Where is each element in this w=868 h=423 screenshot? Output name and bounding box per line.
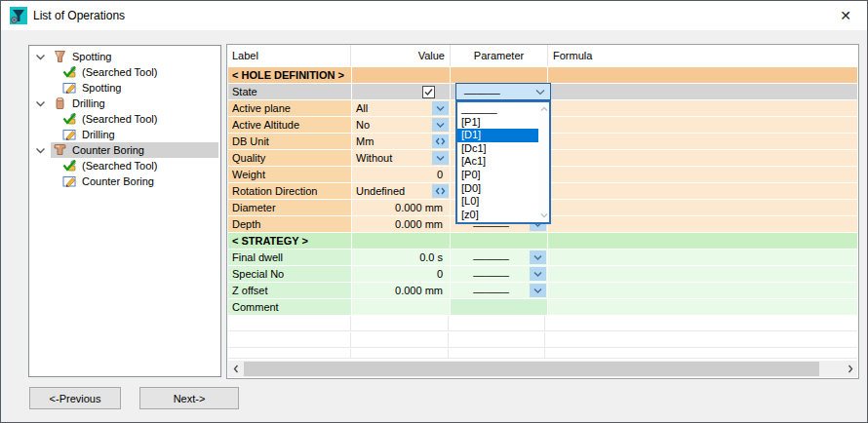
table-row-special-no[interactable]: Special No 0 ______: [228, 266, 857, 282]
section-title: < HOLE DEFINITION >: [228, 67, 351, 83]
tree-item-label: Spotting: [82, 82, 121, 94]
section-title: < STRATEGY >: [228, 233, 351, 249]
tree-item-searched-tool[interactable]: (Searched Tool): [29, 158, 220, 173]
value-text[interactable]: Undefined: [352, 185, 405, 197]
table-header: Label Value Parameter Formula: [227, 45, 858, 66]
header-label: Label: [227, 45, 351, 66]
tree-group-spotting[interactable]: Spotting: [29, 49, 220, 64]
value-text[interactable]: Mm: [352, 135, 374, 147]
dropdown-button[interactable]: [432, 118, 449, 132]
chevron-down-icon[interactable]: [35, 51, 49, 62]
dropdown-item[interactable]: [Dc1]: [457, 142, 538, 156]
row-label: Quality: [228, 150, 351, 166]
tree-item-label: Drilling: [82, 129, 115, 140]
spinner-button[interactable]: [432, 184, 449, 198]
scroll-left-icon[interactable]: [228, 361, 243, 377]
dropdown-item[interactable]: [P0]: [457, 169, 538, 182]
row-label: Diameter: [228, 200, 351, 215]
dropdown-button[interactable]: [530, 267, 546, 281]
dropdown-button[interactable]: [530, 250, 546, 264]
tree-item-label: (Searched Tool): [82, 113, 157, 125]
chevron-down-icon[interactable]: [535, 86, 545, 97]
tree-item-drilling-edit[interactable]: Drilling: [29, 127, 220, 142]
chevron-down-icon[interactable]: [35, 97, 49, 109]
dropdown-item[interactable]: [D0]: [457, 182, 538, 196]
row-label: DB Unit: [228, 134, 351, 149]
edit-sheet-icon: [62, 128, 77, 141]
searched-tool-icon: [62, 159, 77, 173]
row-label: State: [228, 84, 351, 99]
table-row-z-offset[interactable]: Z offset 0.000 mm ______: [228, 283, 857, 298]
table-row-empty: [228, 349, 857, 359]
value-text[interactable]: 0: [437, 169, 450, 180]
dropdown-button[interactable]: [530, 284, 546, 297]
row-label: Z offset: [228, 283, 351, 298]
dropdown-button[interactable]: [432, 151, 449, 165]
row-label: Special No: [228, 266, 351, 282]
tree-item-label: Counter Boring: [82, 175, 154, 187]
value-text[interactable]: 0.0 s: [419, 251, 450, 263]
parameters-table: Label Value Parameter Formula < HOLE DEF…: [226, 44, 859, 379]
dropdown-scrollbar[interactable]: [538, 102, 549, 222]
tree-item-spotting-edit[interactable]: Spotting: [29, 80, 220, 96]
state-checkbox[interactable]: [422, 86, 435, 98]
value-text[interactable]: 0.000 mm: [395, 285, 450, 296]
parameter-blank[interactable]: ______: [473, 285, 509, 290]
tree-item-label: (Searched Tool): [82, 66, 157, 78]
dropdown-item[interactable]: ______: [457, 102, 538, 116]
title-bar: List of Operations ✕: [1, 1, 867, 30]
chevron-down-icon[interactable]: [35, 144, 49, 156]
value-text[interactable]: 0.000 mm: [395, 218, 450, 230]
header-formula: Formula: [548, 45, 858, 66]
tree-item-searched-tool[interactable]: (Searched Tool): [29, 111, 220, 127]
section-row-strategy: < STRATEGY >: [228, 233, 857, 249]
tree-item-searched-tool[interactable]: (Searched Tool): [29, 64, 220, 80]
table-row-comment[interactable]: Comment: [228, 299, 857, 315]
drill-cylinder-icon: [53, 96, 67, 110]
dropdown-item[interactable]: [z0]: [457, 209, 538, 222]
close-button[interactable]: ✕: [836, 7, 855, 24]
spotting-tool-icon: [53, 50, 67, 63]
parameter-combobox[interactable]: ______: [455, 83, 551, 100]
dialog-window: List of Operations ✕ Spotting (Searched …: [0, 0, 868, 423]
tree-item-label: Spotting: [72, 51, 111, 62]
row-label: Weight: [228, 167, 351, 182]
spinner-button[interactable]: [432, 135, 449, 148]
dropdown-button[interactable]: [432, 101, 449, 115]
table-row-empty: [228, 332, 857, 348]
row-label: Comment: [228, 299, 351, 315]
value-text[interactable]: Without: [352, 152, 392, 164]
scroll-down-icon[interactable]: [538, 210, 549, 221]
parameter-blank[interactable]: ______: [473, 268, 509, 274]
edit-sheet-icon: [62, 174, 77, 188]
dropdown-item[interactable]: [P1]: [457, 116, 538, 130]
header-parameter: Parameter: [451, 45, 548, 66]
tree-item-counter-boring-edit[interactable]: Counter Boring: [29, 173, 220, 189]
row-label: Rotation Direction: [228, 183, 351, 199]
dropdown-item[interactable]: [Ac1]: [457, 155, 538, 169]
window-title: List of Operations: [33, 9, 125, 22]
dropdown-item[interactable]: [L0]: [457, 195, 538, 209]
value-text[interactable]: All: [352, 102, 368, 114]
edit-sheet-icon: [62, 81, 77, 95]
scroll-right-icon[interactable]: [843, 361, 857, 377]
table-row-empty: [228, 316, 857, 331]
parameter-blank[interactable]: ______: [473, 251, 509, 257]
tree-item-label: Drilling: [72, 97, 105, 109]
next-button[interactable]: Next->: [139, 387, 239, 409]
scroll-up-icon[interactable]: [538, 103, 549, 115]
previous-button[interactable]: <-Previous: [29, 387, 121, 409]
tree-group-drilling[interactable]: Drilling: [29, 96, 220, 111]
table-row-final-dwell[interactable]: Final dwell 0.0 s ______: [228, 250, 857, 265]
row-label: Depth: [228, 216, 351, 232]
value-text[interactable]: No: [352, 119, 370, 131]
horizontal-scrollbar[interactable]: [228, 361, 857, 377]
tree-group-counter-boring[interactable]: Counter Boring: [29, 142, 220, 158]
combobox-blank-value: ______: [456, 86, 500, 92]
tree-item-label: (Searched Tool): [82, 160, 157, 172]
value-text[interactable]: 0: [437, 268, 450, 280]
value-text[interactable]: 0.000 mm: [395, 202, 450, 213]
dropdown-item-selected[interactable]: [D1]: [457, 129, 538, 142]
counterbore-tool-icon: [53, 143, 67, 157]
scrollbar-thumb[interactable]: [244, 362, 819, 376]
